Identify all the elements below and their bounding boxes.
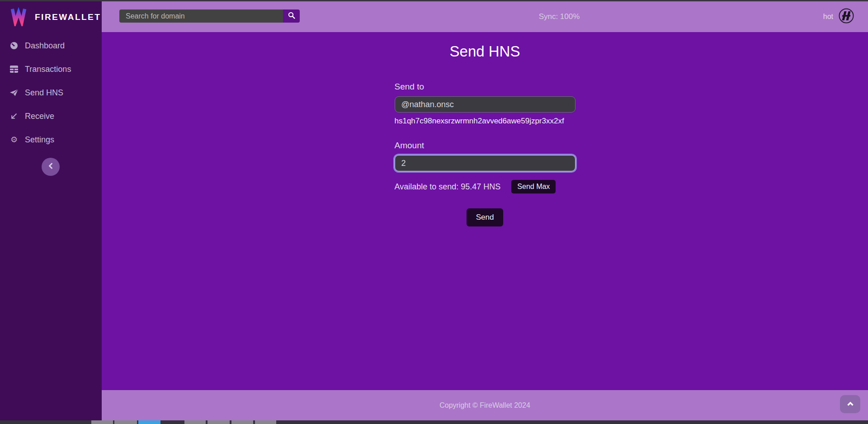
resolved-address: hs1qh7c98nexsrzwrmnh2avved6awe59jzpr3xx2… <box>395 117 576 126</box>
taskbar-segment[interactable] <box>255 420 276 424</box>
firewallet-logo-icon <box>9 6 28 28</box>
window-top-edge <box>0 0 868 1</box>
sidebar: FIREWALLET Dashboard <box>0 0 102 420</box>
footer: Copyright © FireWallet 2024 <box>102 390 868 420</box>
sidebar-item-transactions[interactable]: Transactions <box>0 57 102 81</box>
sidebar-collapse-button[interactable] <box>42 158 60 176</box>
taskbar-segment[interactable] <box>91 420 113 424</box>
brand[interactable]: FIREWALLET <box>0 0 102 33</box>
taskbar-segment[interactable] <box>208 420 230 424</box>
chevron-up-icon <box>847 400 854 408</box>
available-balance-text: Available to send: 95.47 HNS <box>395 182 501 192</box>
sidebar-item-receive[interactable]: Receive <box>0 104 102 128</box>
main-content: Send HNS Send to hs1qh7c98nexsrzwrmnh2av… <box>102 32 868 390</box>
transactions-icon <box>9 65 19 73</box>
taskbar-segment[interactable] <box>138 420 160 424</box>
settings-icon: ⚙ <box>9 136 19 144</box>
sidebar-item-label: Dashboard <box>25 41 65 51</box>
search-icon <box>288 12 295 20</box>
topbar: Sync: 100% hot <box>102 1 868 32</box>
page-title: Send HNS <box>102 43 868 60</box>
sidebar-item-label: Settings <box>25 135 54 145</box>
amount-input[interactable] <box>395 155 576 171</box>
wallet-indicator[interactable]: hot <box>823 1 854 32</box>
taskbar-segment[interactable] <box>184 420 206 424</box>
search-input[interactable] <box>119 9 283 23</box>
sidebar-item-label: Receive <box>25 112 54 121</box>
send-form: Send to hs1qh7c98nexsrzwrmnh2avved6awe59… <box>395 82 576 226</box>
os-taskbar-sliver[interactable] <box>0 420 868 424</box>
sidebar-item-settings[interactable]: ⚙ Settings <box>0 128 102 151</box>
send-max-button[interactable]: Send Max <box>511 180 556 193</box>
sync-status: Sync: 100% <box>539 1 580 32</box>
amount-label: Amount <box>395 141 576 151</box>
handshake-logo-icon <box>838 8 854 26</box>
dashboard-icon <box>9 41 19 50</box>
send-button[interactable]: Send <box>467 208 504 226</box>
sidebar-item-label: Send HNS <box>25 88 63 98</box>
wallet-name: hot <box>823 13 833 21</box>
sidebar-nav: Dashboard Transactions <box>0 34 102 151</box>
receive-icon <box>9 112 19 120</box>
copyright-text: Copyright © FireWallet 2024 <box>102 390 868 420</box>
taskbar-segment[interactable] <box>114 420 137 424</box>
sidebar-item-label: Transactions <box>25 65 71 74</box>
send-to-label: Send to <box>395 82 576 92</box>
sidebar-item-send-hns[interactable]: Send HNS <box>0 81 102 104</box>
sidebar-item-dashboard[interactable]: Dashboard <box>0 34 102 57</box>
app-window: FIREWALLET Dashboard <box>0 0 868 424</box>
taskbar-segment[interactable] <box>231 420 253 424</box>
scroll-to-top-button[interactable] <box>840 395 860 413</box>
send-icon <box>9 89 19 97</box>
domain-search <box>119 9 300 23</box>
send-to-input[interactable] <box>395 96 576 113</box>
brand-title: FIREWALLET <box>35 12 101 22</box>
chevron-left-icon <box>48 163 53 171</box>
search-button[interactable] <box>283 9 300 23</box>
